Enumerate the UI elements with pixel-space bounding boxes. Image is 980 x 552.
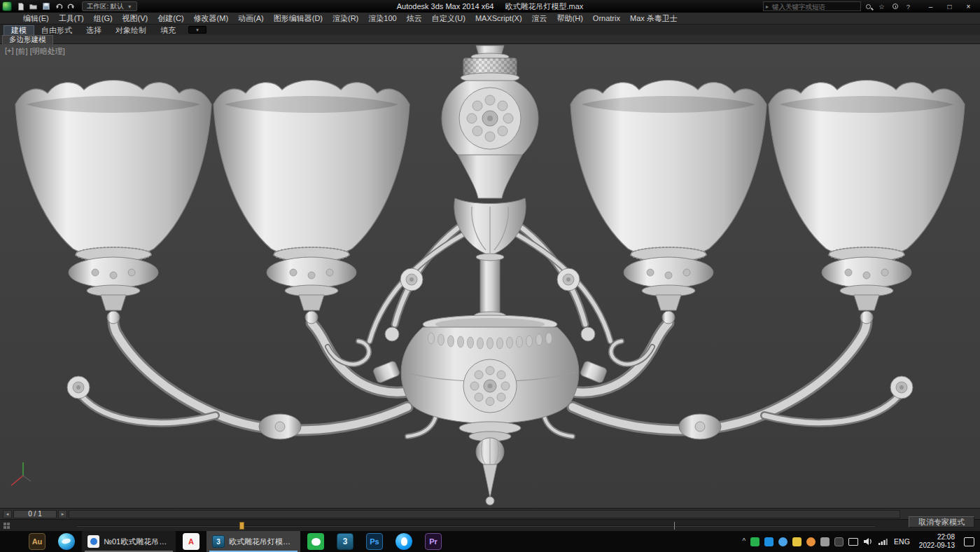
- taskbar-edge[interactable]: [52, 531, 81, 552]
- viewport-menu-view[interactable]: [前]: [15, 46, 29, 57]
- 3dsmax-file-icon: 3: [212, 535, 225, 548]
- minimize-button[interactable]: –: [921, 1, 940, 12]
- help-button[interactable]: ?: [902, 1, 914, 11]
- tray-expand-button[interactable]: ^: [742, 537, 746, 545]
- ribbon-overflow-button[interactable]: ▾: [188, 26, 206, 34]
- display-icon[interactable]: [848, 538, 858, 546]
- tab-modeling[interactable]: 建模: [4, 25, 34, 35]
- menu-item-group[interactable]: 组(G): [89, 13, 118, 24]
- volume-icon[interactable]: [863, 537, 873, 546]
- close-button[interactable]: ×: [959, 1, 978, 12]
- system-tray: ^ ENG 22:08 2022-09-13: [742, 531, 980, 552]
- ribbon-group-bar: 多边形建模: [0, 35, 980, 44]
- next-frame-button[interactable]: ▸: [58, 510, 67, 518]
- menu-item-rendering[interactable]: 渲染(R): [328, 13, 363, 24]
- viewport-label: [+] [前] [明暗处理]: [4, 46, 66, 57]
- workspace-label: 工作区: 默认: [87, 2, 124, 11]
- app-logo-icon[interactable]: [2, 1, 12, 11]
- wechat-tray-icon[interactable]: [750, 537, 760, 546]
- title-bar: 工作区: 默认 ▼ Autodesk 3ds Max 2014 x64 欧式雕花…: [0, 0, 980, 13]
- taskbar-apps: Au №01欧式雕花吊灯... A 3 欧式雕花吊灯模型...: [22, 531, 448, 552]
- menu-item-xuanyun[interactable]: 炫云: [402, 13, 427, 24]
- edge-icon: [58, 533, 75, 550]
- taskbar-reader[interactable]: A: [176, 531, 206, 552]
- 3dsmax-icon: 3: [337, 533, 354, 550]
- menu-item-help[interactable]: 帮助(H): [552, 13, 588, 24]
- open-file-button[interactable]: [27, 1, 39, 12]
- chandelier-model[interactable]: [0, 44, 980, 508]
- phone-link-icon[interactable]: [764, 537, 774, 546]
- search-button[interactable]: [862, 1, 874, 11]
- menu-item-antivirus[interactable]: Max 杀毒卫士: [625, 13, 682, 24]
- wechat-icon: [307, 533, 324, 550]
- time-slider-marker[interactable]: [239, 522, 244, 530]
- menu-item-modifiers[interactable]: 修改器(M): [189, 13, 234, 24]
- maximize-button[interactable]: □: [940, 1, 959, 12]
- taskbar-window-3dsmax[interactable]: 3 欧式雕花吊灯模型...: [206, 531, 300, 552]
- new-file-button[interactable]: [15, 1, 27, 12]
- store-icon[interactable]: [792, 537, 802, 546]
- cloud-sync-icon[interactable]: [778, 537, 788, 546]
- cancel-expert-mode-button[interactable]: 取消专家模式: [909, 516, 974, 527]
- 3ds-max-window: 工作区: 默认 ▼ Autodesk 3ds Max 2014 x64 欧式雕花…: [0, 0, 980, 552]
- menu-item-edit[interactable]: 编辑(E): [18, 13, 54, 24]
- taskbar-wechat[interactable]: [301, 531, 330, 552]
- chandelier-column: [401, 46, 579, 505]
- lamp-shade-4: [769, 81, 965, 324]
- window-button-label: 欧式雕花吊灯模型...: [229, 537, 295, 547]
- taskbar-3dsmax-app[interactable]: 3: [330, 531, 360, 552]
- menu-item-graph-editors[interactable]: 图形编辑器(D): [269, 13, 328, 24]
- graphics-tray-icon[interactable]: [834, 537, 844, 546]
- grid-toggle-icon[interactable]: [4, 523, 10, 529]
- menu-item-create[interactable]: 创建(C): [153, 13, 188, 24]
- taskbar-premiere[interactable]: Pr: [419, 531, 448, 552]
- tab-polygon-modeling[interactable]: 多边形建模: [2, 35, 53, 44]
- viewport[interactable]: [+] [前] [明暗处理]: [0, 44, 980, 508]
- menu-item-animation[interactable]: 动画(A): [233, 13, 269, 24]
- menu-item-xuancloud[interactable]: 渲云: [527, 13, 552, 24]
- communication-center-button[interactable]: [889, 1, 901, 11]
- file-title: 欧式雕花吊灯模型.max: [505, 1, 583, 12]
- menu-item-render100[interactable]: 渲染100: [363, 13, 401, 24]
- save-file-button[interactable]: [40, 1, 52, 12]
- undo-button[interactable]: [52, 1, 64, 12]
- quick-access-toolbar: 工作区: 默认 ▼: [0, 1, 137, 12]
- search-input[interactable]: [771, 2, 860, 11]
- redo-button[interactable]: [65, 1, 77, 12]
- save-floppy-icon: [43, 3, 50, 10]
- tab-populate[interactable]: 填充: [153, 25, 183, 35]
- clock-icon: [892, 4, 898, 9]
- viewport-menu-shading[interactable]: [明暗处理]: [29, 46, 66, 57]
- tab-object-paint[interactable]: 对象绘制: [108, 25, 153, 35]
- taskbar-audition[interactable]: Au: [22, 531, 52, 552]
- tab-freeform[interactable]: 自由形式: [34, 25, 79, 35]
- open-folder-icon: [29, 3, 37, 10]
- clock[interactable]: 22:08 2022-09-13: [916, 533, 958, 550]
- menu-item-maxscript[interactable]: MAXScript(X): [470, 13, 527, 24]
- new-document-icon: [18, 3, 24, 11]
- viewport-menu-general[interactable]: [+]: [4, 46, 15, 57]
- timeline-track[interactable]: [69, 510, 900, 518]
- frame-indicator[interactable]: 0 / 1: [13, 510, 57, 518]
- menu-item-tools[interactable]: 工具(T): [54, 13, 89, 24]
- security-shield-icon[interactable]: [820, 537, 830, 546]
- tab-selection[interactable]: 选择: [79, 25, 108, 35]
- search-arrow-icon[interactable]: ▸: [764, 4, 771, 10]
- taskbar-qq[interactable]: [389, 531, 419, 552]
- network-icon[interactable]: [878, 538, 888, 546]
- premiere-icon: Pr: [425, 533, 442, 550]
- favorites-button[interactable]: ☆: [876, 1, 888, 11]
- action-center-icon[interactable]: [964, 537, 974, 546]
- taskbar-photoshop[interactable]: Ps: [360, 531, 389, 552]
- window-button-label: №01欧式雕花吊灯...: [104, 537, 170, 547]
- antivirus-icon[interactable]: [806, 537, 816, 546]
- time-slider-groove[interactable]: [77, 525, 875, 527]
- previous-frame-button[interactable]: ◂: [3, 510, 12, 518]
- taskbar-window-browser[interactable]: №01欧式雕花吊灯...: [82, 531, 176, 552]
- menu-item-customize[interactable]: 自定义(U): [427, 13, 470, 24]
- menu-item-ornatrix[interactable]: Ornatrix: [588, 13, 625, 24]
- input-language[interactable]: ENG: [892, 537, 911, 546]
- menu-item-views[interactable]: 视图(V): [118, 13, 153, 24]
- workspace-selector[interactable]: 工作区: 默认 ▼: [82, 1, 137, 11]
- ribbon-tab-bar: 建模 自由形式 选择 对象绘制 填充 ▾: [0, 25, 980, 35]
